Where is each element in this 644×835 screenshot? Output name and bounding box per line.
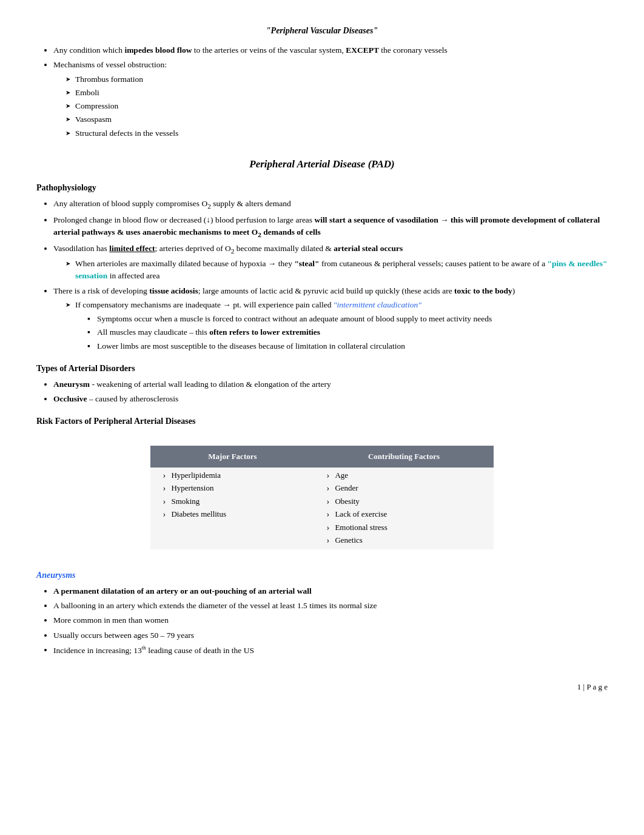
pad-title: Peripheral Arterial Disease (PAD)	[36, 156, 608, 172]
risk-col2-header: Contributing Factors	[314, 446, 493, 468]
claudication-link: "intermittent claudication"	[334, 300, 421, 309]
claud-sub-1: Symptoms occur when a muscle is forced t…	[87, 313, 608, 325]
obstruction-structural: Structural defects in the vessels	[65, 127, 608, 139]
aneurysm-item-1: A permanent dilatation of an artery or a…	[53, 585, 608, 597]
aneurysm-section-heading: Aneurysms	[36, 569, 608, 582]
risk-heading: Risk Factors of Peripheral Arterial Dise…	[36, 415, 608, 428]
except-bold: EXCEPT	[346, 45, 379, 55]
steal-list: When arterioles are maximally dilated be…	[53, 258, 608, 283]
arterial-steal-bold: arterial steal occurs	[334, 244, 403, 253]
path-item-2: Prolonged change in blood flow or decrea…	[53, 214, 608, 240]
risk-contrib-6: Genetics	[326, 534, 481, 546]
type-aneurysm: Aneurysm - weakening of arterial wall le…	[53, 378, 608, 391]
risk-major-4: Diabetes mellitus	[163, 508, 302, 520]
types-heading: Types of Arterial Disorders	[36, 362, 608, 375]
impedes-bold: impedes blood flow	[124, 45, 192, 55]
risk-contrib-5: Emotional stress	[326, 521, 481, 534]
obstruction-vasospasm: Vasospasm	[65, 113, 608, 126]
pathophysiology-list: Any alteration of blood supply compromis…	[36, 198, 608, 352]
pins-needles: "pins & needles" sensation	[75, 259, 608, 280]
pathophysiology-heading: Pathophysiology	[36, 181, 608, 194]
risk-col1-header: Major Factors	[150, 446, 314, 468]
steal-item: When arterioles are maximally dilated be…	[65, 258, 608, 283]
risk-contrib-3: Obesity	[326, 495, 481, 508]
steal-bold: "steal"	[294, 259, 319, 268]
risk-major-3: Smoking	[163, 495, 302, 508]
path-item-3: Vasodilation has limited effect; arterie…	[53, 243, 608, 283]
risk-contrib-1: Age	[326, 469, 481, 481]
page-number: 1 | P a g e	[36, 681, 608, 693]
risk-contrib-4: Lack of exercise	[326, 508, 481, 520]
aneurysm-list: A permanent dilatation of an artery or a…	[36, 585, 608, 657]
path-item-4: There is a risk of developing tissue aci…	[53, 285, 608, 352]
path-item-1: Any alteration of blood supply compromis…	[53, 198, 608, 212]
occlusive-label: Occlusive	[53, 394, 87, 403]
lower-extremities-bold: often refers to lower extremities	[209, 327, 320, 337]
limited-effect-bold: limited effect	[109, 244, 155, 253]
claudication-sub: Symptoms occur when a muscle is forced t…	[75, 313, 608, 352]
types-list: Aneurysm - weakening of arterial wall le…	[36, 378, 608, 406]
risk-major-2: Hypertension	[163, 482, 302, 494]
risk-major-1: Hyperlipidemia	[163, 469, 302, 481]
aneurysm-item-5: Incidence in increasing; 13th leading ca…	[53, 644, 608, 657]
type-occlusive: Occlusive – caused by atherosclerosis	[53, 393, 608, 405]
risk-col1-data: Hyperlipidemia Hypertension Smoking Diab…	[150, 468, 314, 549]
pvd-item-2: Mechanisms of vessel obstruction: Thromb…	[53, 59, 608, 139]
aneurysm-item-4: Usually occurs between ages 50 – 79 year…	[53, 629, 608, 642]
claudication-item: If compensatory mechanisms are inadequat…	[65, 299, 608, 352]
claud-sub-2: All muscles may claudicate – this often …	[87, 326, 608, 338]
risk-col2-data: Age Gender Obesity Lack of exercise Emot…	[314, 468, 493, 549]
obstruction-thrombus: Thrombus formation	[65, 73, 608, 86]
obstruction-emboli: Emboli	[65, 87, 608, 99]
pvd-list: Any condition which impedes blood flow t…	[36, 44, 608, 139]
risk-table-wrapper: Major Factors Contributing Factors Hyper…	[36, 436, 608, 559]
page-title: "Peripheral Vascular Diseases"	[36, 24, 608, 37]
claud-sub-3: Lower limbs are most susceptible to the …	[87, 340, 608, 352]
risk-table: Major Factors Contributing Factors Hyper…	[150, 446, 493, 549]
aneurysm-bold-1: A permanent dilatation of an artery or a…	[53, 586, 312, 595]
aneurysm-item-3: More common in men than women	[53, 614, 608, 626]
aneurysm-label: Aneurysm	[53, 380, 90, 389]
path-bold-1: will start a sequence of vasodilation → …	[53, 215, 600, 236]
pvd-item-1: Any condition which impedes blood flow t…	[53, 44, 608, 56]
obstruction-list: Thrombus formation Emboli Compression Va…	[53, 73, 608, 139]
tissue-acidosis-bold: tissue acidosis	[149, 286, 198, 295]
obstruction-compression: Compression	[65, 100, 608, 112]
claudication-list: If compensatory mechanisms are inadequat…	[53, 299, 608, 352]
risk-contrib-2: Gender	[326, 482, 481, 494]
toxic-bold: toxic to the body	[454, 286, 512, 295]
aneurysm-item-2: A ballooning in an artery which extends …	[53, 600, 608, 612]
